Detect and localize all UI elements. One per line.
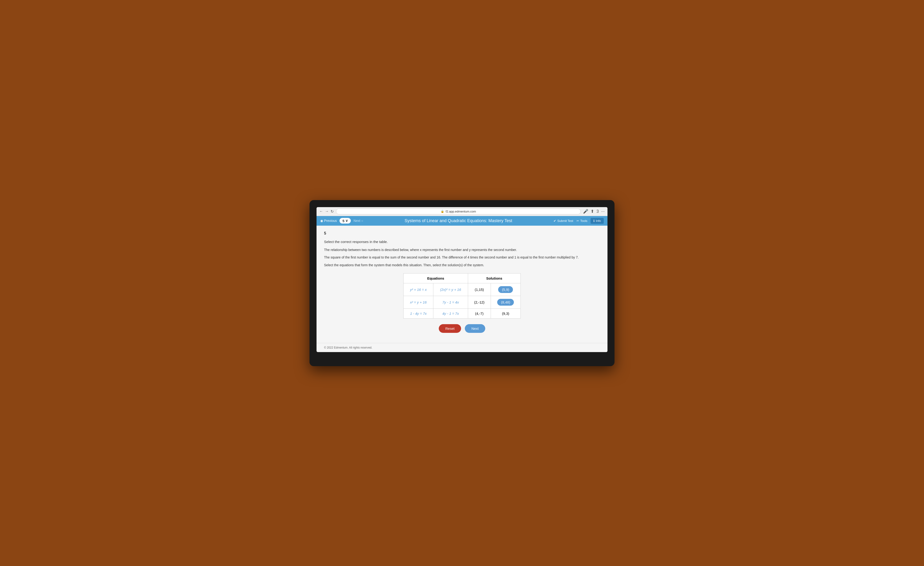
browser-bar: ← → ↻ 🔒 f2.app.edmentum.com 🎤 ⬆ 3 ··· [316,207,608,216]
eq1-row3[interactable]: 1 - 4y = 7x [404,309,434,319]
back-button[interactable]: ← [320,209,323,213]
browser-nav: ← → ↻ [320,209,334,214]
action-buttons: Reset Next [324,324,600,333]
eq1-row2[interactable]: x² = y + 16 [404,296,434,309]
eq2-row3[interactable]: 4y - 1 = 7x [434,309,468,319]
tools-button[interactable]: ✂ Tools [576,219,587,223]
eq2-row1[interactable]: (2x)² = y + 16 [434,283,468,296]
forward-button[interactable]: → [325,209,329,213]
eq1-row1[interactable]: y² + 16 = x [404,283,434,296]
app-title: Systems of Linear and Quadratic Equation… [366,219,551,223]
url-text: f2.app.edmentum.com [446,210,476,213]
table-row: 1 - 4y = 7x 4y - 1 = 7x (4,-7) (9,3) [404,309,520,319]
table-container: Equations Solutions y² + 16 = x (2x)² = … [324,273,600,319]
submit-test-button[interactable]: ✔ Submit Test [554,219,573,223]
reload-button[interactable]: ↻ [331,209,334,214]
sol1-row3[interactable]: (4,-7) [468,309,490,319]
description-text-2: The square of the first number is equal … [324,255,600,260]
previous-arrow-icon: ◉ [320,219,323,223]
next-nav-button[interactable]: Next ○ [354,219,363,223]
content-area: 5 Select the correct responses in the ta… [316,226,608,343]
equations-solutions-table: Equations Solutions y² + 16 = x (2x)² = … [404,273,520,319]
submit-icon: ✔ [554,219,556,223]
tools-icon: ✂ [576,219,579,223]
equations-header: Equations [404,274,468,283]
reset-button[interactable]: Reset [439,324,461,333]
sol2-row1[interactable]: (5,9) [490,283,520,296]
sol1-row2[interactable]: (2,-12) [468,296,490,309]
description-text-3: Select the equations that form the syste… [324,262,600,268]
previous-button[interactable]: ◉ Previous [320,219,337,223]
sol1-row1[interactable]: (1,15) [468,283,490,296]
mic-icon[interactable]: 🎤 [583,209,588,214]
copyright-text: © 2022 Edmentum. All rights reserved. [324,346,372,349]
app-header: ◉ Previous 5 ∨ Next ○ Systems of Linear … [316,216,608,226]
browser-actions: 🎤 ⬆ 3 ··· [583,209,604,214]
sol2-row2[interactable]: (8,48) [490,296,520,309]
address-bar[interactable]: 🔒 f2.app.edmentum.com [336,208,581,214]
instruction-text: Select the correct responses in the tabl… [324,239,600,245]
description-text-1: The relationship between two numbers is … [324,247,600,252]
eq2-row2[interactable]: 7y - 1 = 4x [434,296,468,309]
menu-icon[interactable]: ··· [601,209,604,214]
next-button[interactable]: Next [465,324,485,333]
question-number-label: 5 [324,231,600,235]
lock-icon: 🔒 [441,210,444,213]
sol2-row3[interactable]: (9,3) [490,309,520,319]
info-icon: ℹ [593,219,595,223]
table-row: y² + 16 = x (2x)² = y + 16 (1,15) (5,9) [404,283,520,296]
question-number-badge: 5 ∨ [339,218,351,223]
share-icon[interactable]: ⬆ [591,209,594,214]
info-button[interactable]: ℹ Info [591,218,604,224]
table-row: x² = y + 16 7y - 1 = 4x (2,-12) (8,48) [404,296,520,309]
tabs-icon[interactable]: 3 [597,209,599,214]
next-circle-icon: ○ [362,219,363,223]
header-actions: ✔ Submit Test ✂ Tools ℹ Info [554,218,604,224]
footer: © 2022 Edmentum. All rights reserved. [316,343,608,352]
solutions-header: Solutions [468,274,520,283]
